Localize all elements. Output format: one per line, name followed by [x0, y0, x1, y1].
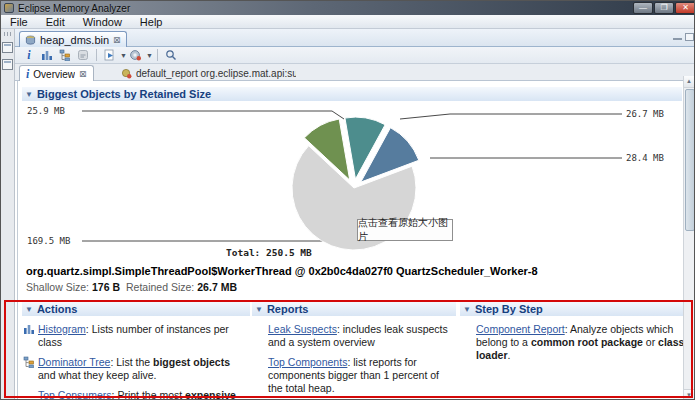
selected-object-sizes: Shallow Size:176 B Retained Size:26.7 MB [26, 281, 240, 293]
collapse-triangle-icon[interactable]: ▼ [25, 305, 33, 314]
pie-total-label: Total: 250.5 MB [226, 247, 312, 258]
overview-column-step-by-step: ▼Step By StepComponent Report: Analyze o… [460, 302, 688, 362]
minimize-icon[interactable]: — [633, 2, 653, 14]
overview-item: Component Report: Analyze objects which … [460, 323, 688, 362]
chevron-down-icon[interactable]: ▼ [120, 52, 127, 59]
minimized-view-icon[interactable] [2, 59, 13, 70]
vertical-scrollbar[interactable]: ▲ ▼ [683, 76, 694, 400]
editor-tab-label: heap_dms.bin [40, 34, 109, 46]
scroll-up-icon[interactable]: ▲ [684, 76, 694, 88]
section-title: Step By Step [475, 303, 543, 315]
open-report-icon[interactable] [128, 48, 144, 62]
slice-label: 169.5 MB [27, 236, 70, 246]
shallow-size-label: Shallow Size: [26, 281, 89, 293]
biggest-objects-section-header[interactable]: ▼ Biggest Objects by Retained Size [22, 87, 682, 101]
overview-item: Dominator Tree: List the biggest objects… [22, 356, 250, 382]
shallow-size-value: 176 B [92, 281, 120, 293]
slice-label: 25.9 MB [27, 106, 65, 116]
chevron-down-icon[interactable]: ▼ [146, 52, 153, 59]
overview-pane: ▼ Biggest Objects by Retained Size 25.9 … [17, 81, 685, 400]
info-icon[interactable]: i [21, 48, 37, 62]
toolbar: i ▼ ▼ [15, 47, 695, 64]
close-icon[interactable]: ✕ [675, 2, 695, 14]
report-icon [121, 68, 132, 79]
maximize-icon[interactable]: ❐ [654, 2, 674, 14]
restore-view-icon[interactable] [2, 42, 13, 53]
maximize-pane-icon[interactable] [685, 33, 694, 41]
drag-grip-icon[interactable] [4, 32, 12, 36]
search-icon[interactable] [163, 48, 179, 62]
reports-section-header[interactable]: ▼Reports [252, 302, 456, 316]
collapse-triangle-icon[interactable]: ▼ [463, 305, 471, 314]
retained-size-value: 26.7 MB [197, 281, 237, 293]
menu-file[interactable]: File [1, 16, 37, 28]
selected-object-title: org.quartz.simpl.SimpleThreadPool$Worker… [26, 265, 538, 277]
eclipse-memory-analyzer-window: Eclipse Memory Analyzer — ❐ ✕ File Edit … [0, 0, 695, 400]
section-title: Reports [267, 303, 309, 315]
collapse-triangle-icon[interactable]: ▼ [255, 305, 263, 314]
editor-tab-area: heap_dms.bin ⊠ [15, 29, 695, 47]
minimize-pane-icon[interactable] [673, 33, 682, 40]
retained-size-pie-chart: 25.9 MB 26.7 MB 28.4 MB 169.5 MB [18, 101, 686, 266]
overview-column-actions: ▼ActionsHistogram: Lists number of insta… [22, 302, 250, 400]
image-tooltip[interactable]: 点击查看原始大小图片 [357, 219, 453, 241]
run-expert-test-icon[interactable] [102, 48, 118, 62]
scroll-down-icon[interactable]: ▼ [684, 389, 694, 400]
scrollbar-thumb[interactable] [685, 89, 695, 231]
menu-edit[interactable]: Edit [37, 16, 74, 28]
step-by-step-section-header[interactable]: ▼Step By Step [460, 302, 688, 316]
collapse-triangle-icon[interactable]: ▼ [25, 90, 33, 99]
menu-bar: File Edit Window Help [1, 15, 695, 29]
dominator-tree-icon [23, 356, 35, 371]
component-report-link[interactable]: Component Report [476, 323, 565, 335]
tab-heap-dms-bin[interactable]: heap_dms.bin ⊠ [19, 31, 127, 48]
view-tab-area: i Overview ⊠ default_report org.eclipse.… [15, 64, 695, 81]
section-title: Actions [37, 303, 77, 315]
toolbar-separator [157, 49, 158, 61]
fast-view-bar [1, 29, 15, 400]
close-tab-icon[interactable]: ⊠ [79, 70, 87, 79]
close-tab-icon[interactable]: ⊠ [113, 36, 121, 45]
section-title: Biggest Objects by Retained Size [37, 88, 211, 100]
view-tab-label: default_report org.eclipse.mat.api:suspe… [136, 68, 296, 79]
title-bar: Eclipse Memory Analyzer — ❐ ✕ [1, 1, 695, 15]
menu-help[interactable]: Help [131, 16, 172, 28]
leak-suspects-link[interactable]: Leak Suspects [268, 323, 337, 335]
oql-icon[interactable] [75, 48, 91, 62]
actions-section-header[interactable]: ▼Actions [22, 302, 250, 316]
histogram-icon [23, 323, 35, 338]
overview-column-reports: ▼ReportsLeak Suspects: includes leak sus… [252, 302, 456, 395]
info-icon: i [26, 67, 29, 82]
window-title: Eclipse Memory Analyzer [18, 3, 130, 14]
view-tab-label: Overview [33, 69, 75, 80]
tab-default-report-suspects[interactable]: default_report org.eclipse.mat.api:suspe… [115, 65, 306, 81]
heap-file-icon [25, 35, 36, 46]
histogram-link[interactable]: Histogram [38, 323, 86, 335]
dominator-tree-link[interactable]: Dominator Tree [38, 356, 110, 368]
app-icon [4, 3, 14, 13]
slice-label: 26.7 MB [626, 109, 664, 119]
dominator-tree-icon[interactable] [57, 48, 73, 62]
histogram-icon[interactable] [39, 48, 55, 62]
top-consumers-link[interactable]: Top Consumers [38, 389, 112, 400]
overview-item: Histogram: Lists number of instances per… [22, 323, 250, 349]
overview-item: Top Consumers: Print the most expensive … [22, 389, 250, 400]
retained-size-label: Retained Size: [126, 281, 194, 293]
top-components-link[interactable]: Top Components [268, 356, 347, 368]
slice-label: 28.4 MB [626, 153, 664, 163]
overview-item: Leak Suspects: includes leak suspects an… [252, 323, 456, 349]
overview-item: Top Components: list reports for compone… [252, 356, 456, 395]
menu-window[interactable]: Window [74, 16, 131, 28]
toolbar-separator [96, 49, 97, 61]
